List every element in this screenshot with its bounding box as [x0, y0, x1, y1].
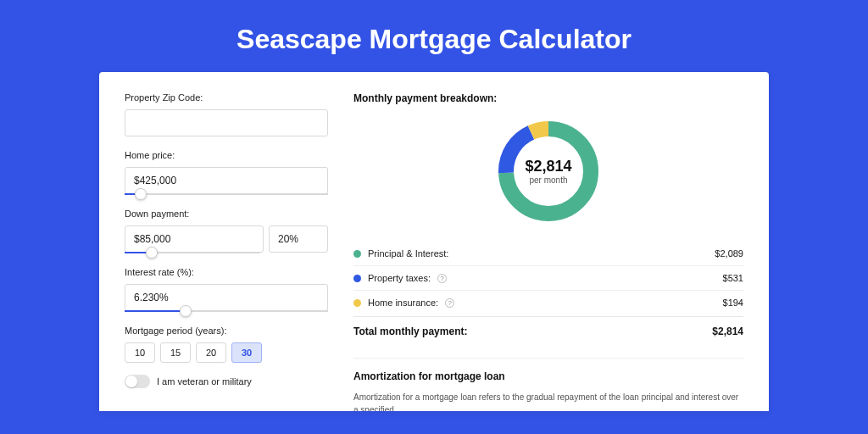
total-label: Total monthly payment:	[353, 326, 467, 337]
calculator-card: Property Zip Code: Home price: Down paym…	[99, 72, 769, 411]
period-label: Mortgage period (years):	[125, 326, 328, 336]
legend-row: Property taxes:?$531	[353, 265, 743, 290]
period-btn-20[interactable]: 20	[196, 342, 226, 363]
legend-label: Property taxes:	[368, 273, 431, 283]
down-payment-input[interactable]	[125, 225, 264, 253]
veteran-toggle-row: I am veteran or military	[125, 375, 328, 388]
amortization-section: Amortization for mortgage loan Amortizat…	[353, 358, 743, 411]
interest-slider-thumb[interactable]	[180, 305, 192, 317]
legend-dot	[353, 250, 361, 258]
legend-row: Principal & Interest:$2,089	[353, 242, 743, 265]
zip-field-block: Property Zip Code:	[125, 92, 328, 136]
legend-row: Home insurance:?$194	[353, 290, 743, 314]
veteran-label: I am veteran or military	[157, 376, 252, 387]
donut-center: $2,814 per month	[493, 116, 604, 226]
total-row: Total monthly payment: $2,814	[353, 316, 743, 346]
veteran-toggle-knob	[125, 376, 137, 387]
home-price-slider-thumb[interactable]	[135, 188, 147, 200]
breakdown-panel: Monthly payment breakdown: $2,814 per mo…	[353, 92, 743, 391]
donut-sub: per month	[529, 175, 567, 185]
interest-slider[interactable]	[125, 310, 328, 312]
period-field-block: Mortgage period (years): 10152030	[125, 326, 328, 363]
period-btn-30[interactable]: 30	[231, 342, 262, 363]
info-icon[interactable]: ?	[445, 298, 454, 308]
form-panel: Property Zip Code: Home price: Down paym…	[125, 92, 328, 391]
legend-value: $194	[723, 298, 743, 308]
period-btn-15[interactable]: 15	[160, 342, 191, 363]
donut-chart: $2,814 per month	[493, 116, 604, 226]
legend-value: $531	[723, 273, 743, 283]
legend-label: Principal & Interest:	[368, 248, 448, 259]
down-payment-slider[interactable]	[125, 252, 260, 253]
down-payment-slider-thumb[interactable]	[146, 247, 158, 259]
zip-input[interactable]	[125, 109, 328, 136]
breakdown-title: Monthly payment breakdown:	[353, 92, 743, 104]
info-icon[interactable]: ?	[437, 274, 447, 283]
interest-input[interactable]	[125, 284, 328, 311]
down-payment-field-block: Down payment:	[125, 209, 328, 253]
legend-label: Home insurance:	[368, 298, 438, 308]
home-price-field-block: Home price:	[125, 150, 328, 195]
period-button-group: 10152030	[125, 342, 328, 363]
down-payment-label: Down payment:	[125, 209, 328, 219]
veteran-toggle[interactable]	[125, 375, 150, 388]
total-value: $2,814	[712, 326, 743, 337]
zip-label: Property Zip Code:	[125, 92, 328, 103]
page-title: Seascape Mortgage Calculator	[0, 0, 868, 72]
interest-label: Interest rate (%):	[125, 267, 328, 277]
down-payment-pct-input[interactable]	[269, 225, 328, 253]
home-price-input[interactable]	[125, 167, 328, 194]
breakdown-legend: Principal & Interest:$2,089Property taxe…	[353, 242, 743, 314]
legend-dot	[353, 299, 361, 307]
home-price-label: Home price:	[125, 150, 328, 160]
amortization-text: Amortization for a mortgage loan refers …	[353, 391, 743, 411]
legend-value: $2,089	[715, 248, 743, 259]
amortization-title: Amortization for mortgage loan	[353, 370, 743, 382]
interest-field-block: Interest rate (%):	[125, 267, 328, 312]
donut-amount: $2,814	[525, 158, 571, 175]
period-btn-10[interactable]: 10	[125, 342, 155, 363]
donut-chart-wrap: $2,814 per month	[353, 116, 743, 226]
legend-dot	[353, 275, 361, 282]
home-price-slider[interactable]	[125, 193, 328, 195]
